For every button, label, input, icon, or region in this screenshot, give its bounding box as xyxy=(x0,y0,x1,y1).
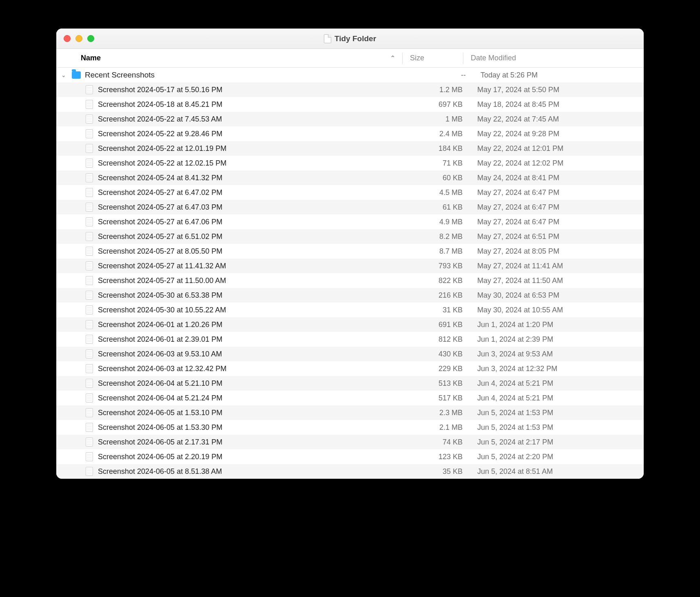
file-row[interactable]: Screenshot 2024-05-27 at 6.47.02 PM4.5 M… xyxy=(56,185,644,200)
disclosure-triangle-icon[interactable]: ⌄ xyxy=(56,72,71,78)
file-date: Jun 4, 2024 at 5:21 PM xyxy=(470,379,644,388)
image-file-icon xyxy=(84,335,95,344)
image-file-icon xyxy=(84,467,95,476)
file-name: Screenshot 2024-05-22 at 9.28.46 PM xyxy=(95,130,388,138)
file-list[interactable]: ⌄Recent Screenshots--Today at 5:26 PMScr… xyxy=(56,68,644,479)
file-row[interactable]: Screenshot 2024-06-05 at 1.53.30 PM2.1 M… xyxy=(56,420,644,435)
file-name: Screenshot 2024-05-18 at 8.45.21 PM xyxy=(95,100,388,109)
close-button[interactable] xyxy=(64,35,71,42)
file-date: Jun 3, 2024 at 9:53 AM xyxy=(470,350,644,358)
image-file-icon xyxy=(84,438,95,447)
file-name: Screenshot 2024-05-27 at 8.05.50 PM xyxy=(95,247,388,256)
file-name: Screenshot 2024-05-17 at 5.50.16 PM xyxy=(95,86,388,94)
column-header-size[interactable]: Size xyxy=(403,54,463,62)
file-row[interactable]: Screenshot 2024-05-27 at 6.47.06 PM4.9 M… xyxy=(56,214,644,229)
file-row[interactable]: Screenshot 2024-05-17 at 5.50.16 PM1.2 M… xyxy=(56,82,644,97)
window-title-text: Tidy Folder xyxy=(334,34,376,43)
file-row[interactable]: Screenshot 2024-06-01 at 1.20.26 PM691 K… xyxy=(56,317,644,332)
file-size: 8.2 MB xyxy=(388,232,470,241)
file-name: Screenshot 2024-06-05 at 1.53.10 PM xyxy=(95,409,388,417)
file-size: 1.2 MB xyxy=(388,86,470,94)
file-row[interactable]: Screenshot 2024-06-01 at 2.39.01 PM812 K… xyxy=(56,332,644,347)
file-row[interactable]: Screenshot 2024-05-22 at 12.01.19 PM184 … xyxy=(56,141,644,156)
file-size: 31 KB xyxy=(388,306,470,314)
image-file-icon xyxy=(84,452,95,461)
file-size: 691 KB xyxy=(388,321,470,329)
file-name: Screenshot 2024-05-22 at 12.01.19 PM xyxy=(95,144,388,153)
file-size: 2.4 MB xyxy=(388,130,470,138)
file-row[interactable]: Screenshot 2024-05-22 at 12.02.15 PM71 K… xyxy=(56,156,644,170)
image-file-icon xyxy=(84,173,95,182)
zoom-button[interactable] xyxy=(87,35,94,42)
titlebar[interactable]: Tidy Folder xyxy=(56,29,644,49)
file-size: 793 KB xyxy=(388,262,470,270)
file-row[interactable]: Screenshot 2024-05-22 at 9.28.46 PM2.4 M… xyxy=(56,126,644,141)
file-name: Screenshot 2024-06-05 at 2.17.31 PM xyxy=(95,438,388,447)
file-name: Screenshot 2024-05-27 at 11.50.00 AM xyxy=(95,276,388,285)
file-row[interactable]: Screenshot 2024-06-05 at 1.53.10 PM2.3 M… xyxy=(56,405,644,420)
file-date: Jun 1, 2024 at 2:39 PM xyxy=(470,335,644,344)
file-date: Jun 5, 2024 at 2:20 PM xyxy=(470,453,644,461)
minimize-button[interactable] xyxy=(75,35,82,42)
file-date: May 27, 2024 at 6:47 PM xyxy=(470,218,644,226)
file-size: 35 KB xyxy=(388,467,470,476)
file-row[interactable]: Screenshot 2024-05-27 at 8.05.50 PM8.7 M… xyxy=(56,244,644,259)
file-row[interactable]: Screenshot 2024-05-22 at 7.45.53 AM1 MBM… xyxy=(56,112,644,126)
file-date: May 27, 2024 at 6:47 PM xyxy=(470,203,644,212)
file-row[interactable]: Screenshot 2024-06-04 at 5.21.10 PM513 K… xyxy=(56,376,644,391)
file-name: Screenshot 2024-05-30 at 6.53.38 PM xyxy=(95,291,388,300)
file-row[interactable]: Screenshot 2024-05-27 at 11.41.32 AM793 … xyxy=(56,259,644,273)
file-row[interactable]: Screenshot 2024-05-27 at 6.47.03 PM61 KB… xyxy=(56,200,644,214)
file-date: Jun 4, 2024 at 5:21 PM xyxy=(470,394,644,402)
column-header-name[interactable]: Name xyxy=(56,54,383,62)
file-row[interactable]: Screenshot 2024-05-30 at 6.53.38 PM216 K… xyxy=(56,288,644,303)
file-row[interactable]: Screenshot 2024-06-03 at 12.32.42 PM229 … xyxy=(56,361,644,376)
file-size: 2.1 MB xyxy=(388,423,470,432)
file-date: May 17, 2024 at 5:50 PM xyxy=(470,86,644,94)
file-name: Screenshot 2024-06-05 at 2.20.19 PM xyxy=(95,453,388,461)
file-size: 61 KB xyxy=(388,203,470,212)
file-date: May 27, 2024 at 6:47 PM xyxy=(470,188,644,197)
file-date: May 22, 2024 at 12:02 PM xyxy=(470,159,644,168)
column-header-date[interactable]: Date Modified xyxy=(463,54,644,62)
file-size: 697 KB xyxy=(388,100,470,109)
file-date: May 30, 2024 at 10:55 AM xyxy=(470,306,644,314)
file-row[interactable]: Screenshot 2024-05-24 at 8.41.32 PM60 KB… xyxy=(56,170,644,185)
image-file-icon xyxy=(84,144,95,153)
file-name: Screenshot 2024-06-03 at 12.32.42 PM xyxy=(95,365,388,373)
file-size: 430 KB xyxy=(388,350,470,358)
file-row[interactable]: Screenshot 2024-05-30 at 10.55.22 AM31 K… xyxy=(56,303,644,317)
image-file-icon xyxy=(84,291,95,300)
file-name: Screenshot 2024-06-03 at 9.53.10 AM xyxy=(95,350,388,358)
image-file-icon xyxy=(84,217,95,226)
image-file-icon xyxy=(84,85,95,94)
file-size: 812 KB xyxy=(388,335,470,344)
window-controls xyxy=(64,35,94,42)
file-name: Screenshot 2024-06-01 at 2.39.01 PM xyxy=(95,335,388,344)
image-file-icon xyxy=(84,261,95,270)
file-row[interactable]: Screenshot 2024-05-27 at 6.51.02 PM8.2 M… xyxy=(56,229,644,244)
file-row[interactable]: Screenshot 2024-06-05 at 8.51.38 AM35 KB… xyxy=(56,464,644,479)
file-row[interactable]: Screenshot 2024-06-03 at 9.53.10 AM430 K… xyxy=(56,347,644,361)
folder-row[interactable]: ⌄Recent Screenshots--Today at 5:26 PM xyxy=(56,68,644,82)
file-date: Jun 1, 2024 at 1:20 PM xyxy=(470,321,644,329)
file-date: May 22, 2024 at 9:28 PM xyxy=(470,130,644,138)
file-size: 216 KB xyxy=(388,291,470,300)
file-row[interactable]: Screenshot 2024-05-27 at 11.50.00 AM822 … xyxy=(56,273,644,288)
file-date: Jun 5, 2024 at 1:53 PM xyxy=(470,409,644,417)
file-name: Screenshot 2024-06-04 at 5.21.24 PM xyxy=(95,394,388,402)
file-row[interactable]: Screenshot 2024-06-05 at 2.20.19 PM123 K… xyxy=(56,449,644,464)
file-size: 71 KB xyxy=(388,159,470,168)
image-file-icon xyxy=(84,247,95,256)
file-row[interactable]: Screenshot 2024-06-04 at 5.21.24 PM517 K… xyxy=(56,391,644,405)
file-row[interactable]: Screenshot 2024-05-18 at 8.45.21 PM697 K… xyxy=(56,97,644,112)
image-file-icon xyxy=(84,232,95,241)
file-row[interactable]: Screenshot 2024-06-05 at 2.17.31 PM74 KB… xyxy=(56,435,644,449)
file-name: Screenshot 2024-06-04 at 5.21.10 PM xyxy=(95,379,388,388)
file-date: May 27, 2024 at 11:50 AM xyxy=(470,276,644,285)
image-file-icon xyxy=(84,408,95,417)
sort-ascending-icon[interactable]: ⌃ xyxy=(383,54,402,62)
file-size: 4.5 MB xyxy=(388,188,470,197)
file-date: May 27, 2024 at 8:05 PM xyxy=(470,247,644,256)
file-date: Jun 5, 2024 at 1:53 PM xyxy=(470,423,644,432)
